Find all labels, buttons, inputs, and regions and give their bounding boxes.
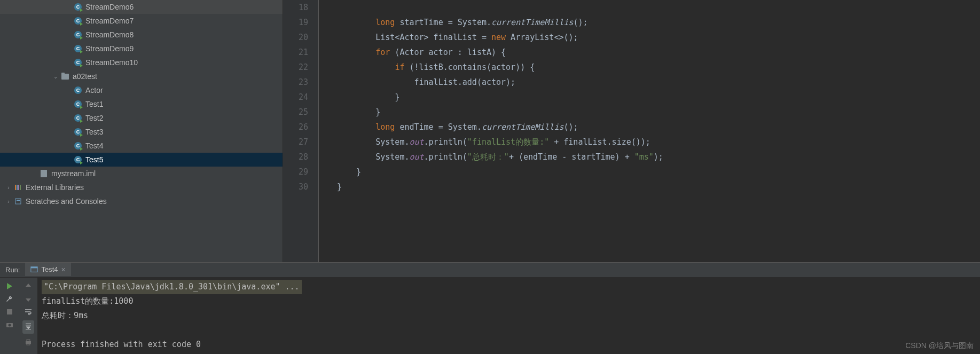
svg-rect-13 <box>27 340 30 341</box>
expand-arrow-icon[interactable] <box>64 3 73 11</box>
expand-arrow-icon[interactable] <box>64 17 73 25</box>
code-line[interactable]: finalList.add(actor); <box>337 75 663 90</box>
print-icon[interactable] <box>24 338 33 347</box>
svg-point-11 <box>8 324 11 327</box>
tree-item-label: StreamDemo10 <box>85 58 138 67</box>
camera-icon[interactable] <box>5 320 14 329</box>
close-icon[interactable]: × <box>61 265 66 274</box>
tree-item-label: Test5 <box>85 155 103 164</box>
run-tab-label: Test4 <box>41 265 58 273</box>
svg-rect-5 <box>17 200 20 201</box>
tree-item-test1[interactable]: CTest1 <box>0 97 283 111</box>
code-content[interactable]: long startTime = System.currentTimeMilli… <box>328 0 663 262</box>
app-icon <box>30 266 38 273</box>
line-number[interactable]: 18 <box>288 0 308 15</box>
code-line[interactable]: System.out.println("总耗时："+ (endTime - st… <box>337 150 663 164</box>
library-icon <box>14 183 22 192</box>
line-number[interactable]: 19 <box>288 15 308 30</box>
line-number[interactable]: 27 <box>288 135 308 150</box>
tree-item-label: StreamDemo6 <box>85 3 134 11</box>
line-number[interactable]: 20 <box>288 30 308 45</box>
tree-item-streamdemo10[interactable]: CStreamDemo10 <box>0 56 283 69</box>
folder-icon <box>61 72 69 81</box>
console-output[interactable]: "C:\Program Files\Java\jdk1.8.0_301\bin\… <box>37 278 980 354</box>
run-label: Run: <box>0 266 25 274</box>
code-editor[interactable]: 18192021222324252627282930 long startTim… <box>283 0 980 262</box>
tree-item-actor[interactable]: CActor <box>0 83 283 97</box>
tree-item-label: Scratches and Consoles <box>26 197 107 206</box>
tree-item-label: mystream.iml <box>51 169 96 178</box>
tree-item-label: StreamDemo7 <box>85 17 134 25</box>
code-line[interactable]: } <box>337 105 663 120</box>
expand-arrow-icon[interactable] <box>64 141 73 150</box>
expand-arrow-icon[interactable] <box>64 30 73 39</box>
code-line[interactable] <box>337 0 663 15</box>
console-line <box>42 323 976 337</box>
file-icon <box>40 169 48 178</box>
expand-arrow-icon[interactable] <box>30 169 38 178</box>
tree-item-test4[interactable]: CTest4 <box>0 139 283 153</box>
expand-arrow-icon[interactable]: ⌄ <box>51 72 60 81</box>
run-toolbar-secondary <box>19 278 37 354</box>
tree-item-streamdemo7[interactable]: CStreamDemo7 <box>0 14 283 28</box>
expand-arrow-icon[interactable] <box>64 58 73 67</box>
code-line[interactable]: System.out.println("finalList的数量:" + fin… <box>337 135 663 150</box>
tree-item-label: Test4 <box>85 141 103 150</box>
tree-item-label: StreamDemo9 <box>85 44 134 53</box>
line-number[interactable]: 28 <box>288 150 308 164</box>
code-line[interactable]: List<Actor> finalList = new ArrayList<>(… <box>337 30 663 45</box>
code-line[interactable]: long endTime = System.currentTimeMillis(… <box>337 120 663 135</box>
expand-arrow-icon[interactable] <box>64 128 73 136</box>
line-number[interactable]: 23 <box>288 75 308 90</box>
tree-item-mystream-iml[interactable]: mystream.iml <box>0 167 283 180</box>
line-number[interactable]: 30 <box>288 179 308 194</box>
run-tab[interactable]: Test4 × <box>25 263 70 277</box>
down-arrow-icon[interactable] <box>24 295 33 303</box>
code-line[interactable]: } <box>337 164 663 179</box>
line-number[interactable]: 22 <box>288 60 308 75</box>
class-icon: C <box>74 58 82 67</box>
tree-item-streamdemo9[interactable]: CStreamDemo9 <box>0 42 283 56</box>
tree-item-streamdemo6[interactable]: CStreamDemo6 <box>0 0 283 14</box>
class-icon: C <box>74 86 82 95</box>
tree-item-test2[interactable]: CTest2 <box>0 111 283 125</box>
line-number[interactable]: 21 <box>288 45 308 60</box>
stop-icon[interactable] <box>5 308 14 316</box>
tree-item-label: Test1 <box>85 100 103 108</box>
code-line[interactable]: if (!listB.contains(actor)) { <box>337 60 663 75</box>
line-number[interactable]: 26 <box>288 120 308 135</box>
code-line[interactable]: } <box>337 179 663 194</box>
tree-item-a02test[interactable]: ⌄a02test <box>0 69 283 83</box>
svg-marker-8 <box>7 283 12 289</box>
expand-arrow-icon[interactable]: › <box>4 197 13 206</box>
expand-arrow-icon[interactable] <box>64 100 73 108</box>
code-line[interactable]: } <box>337 90 663 105</box>
svg-rect-3 <box>20 185 21 190</box>
class-icon: C <box>74 30 82 39</box>
expand-arrow-icon[interactable]: › <box>4 183 13 192</box>
line-number[interactable]: 29 <box>288 164 308 179</box>
tree-item-test3[interactable]: CTest3 <box>0 125 283 139</box>
class-icon: C <box>74 17 82 25</box>
line-number[interactable]: 24 <box>288 90 308 105</box>
expand-arrow-icon[interactable] <box>64 155 73 164</box>
project-tree[interactable]: CStreamDemo6CStreamDemo7CStreamDemo8CStr… <box>0 0 283 262</box>
soft-wrap-icon[interactable] <box>24 308 33 316</box>
tree-item-test5[interactable]: CTest5 <box>0 153 283 167</box>
line-number[interactable]: 25 <box>288 105 308 120</box>
console-line: 总耗时：9ms <box>42 309 976 323</box>
code-line[interactable]: for (Actor actor : listA) { <box>337 45 663 60</box>
expand-arrow-icon[interactable] <box>64 86 73 95</box>
expand-arrow-icon[interactable] <box>64 114 73 122</box>
tree-item-streamdemo8[interactable]: CStreamDemo8 <box>0 28 283 42</box>
code-line[interactable]: long startTime = System.currentTimeMilli… <box>337 15 663 30</box>
scroll-to-end-button[interactable] <box>22 320 34 334</box>
wrench-icon[interactable] <box>5 295 14 303</box>
rerun-icon[interactable] <box>5 282 14 290</box>
tree-item-scratches-and-consoles[interactable]: ›Scratches and Consoles <box>0 194 283 208</box>
fold-column[interactable] <box>318 0 328 262</box>
class-icon: C <box>74 3 82 11</box>
expand-arrow-icon[interactable] <box>64 44 73 53</box>
tree-item-external-libraries[interactable]: ›External Libraries <box>0 180 283 194</box>
up-arrow-icon[interactable] <box>24 282 33 290</box>
